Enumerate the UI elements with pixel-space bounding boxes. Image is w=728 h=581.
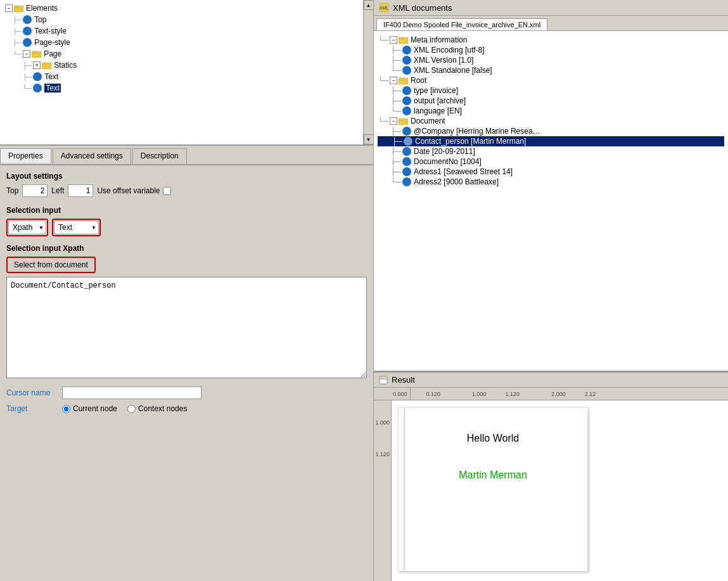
top-input[interactable]	[22, 184, 48, 197]
text-select[interactable]: Text Number Date	[54, 220, 99, 234]
xml-contact-label: Contact_person [Martin Merman]	[415, 137, 526, 146]
select-from-document-button[interactable]: Select from document	[6, 257, 96, 273]
result-title: Result	[392, 375, 415, 385]
tree-label-statics: Statics	[54, 61, 77, 70]
circle-icon	[402, 66, 411, 75]
result-canvas: Hello World Martin Merman	[392, 400, 728, 581]
circle-icon	[402, 106, 411, 115]
circle-icon	[23, 27, 32, 35]
xml-tree-item[interactable]: ├─ XML Encoding [utf-8]	[378, 45, 724, 55]
svg-rect-11	[399, 78, 403, 80]
tree-item[interactable]: ├─ Page-style	[3, 37, 373, 48]
left-ruler-tick-1: 1.000	[375, 419, 390, 426]
xml-file-tab[interactable]: IF400 Demo Spooled File_invoice_archive_…	[376, 18, 547, 30]
tree-item[interactable]: ├─ Text	[3, 71, 373, 82]
svg-rect-1	[14, 6, 18, 8]
svg-rect-9	[399, 37, 403, 39]
radio-current-node-input[interactable]	[62, 405, 70, 413]
selection-input-xpath-title: Selection input Xpath	[6, 244, 367, 253]
circle-icon	[402, 96, 411, 105]
layout-settings-title: Layout settings	[6, 172, 367, 181]
tree-item[interactable]: ├─ Text-style	[3, 25, 373, 37]
xml-tab-bar: IF400 Demo Spooled File_invoice_archive_…	[374, 16, 728, 31]
tree-item[interactable]: ├─ Top	[3, 14, 373, 25]
svg-text:XML: XML	[380, 6, 389, 10]
xml-tree-item[interactable]: └─ language [EN]	[378, 106, 724, 116]
svg-rect-13	[399, 118, 403, 120]
circle-icon	[33, 84, 42, 93]
xml-output-label: output [archive]	[414, 96, 466, 105]
circle-icon	[402, 46, 411, 54]
xml-docs-title: XML documents	[393, 3, 452, 13]
xml-tree-item[interactable]: └─ − Root	[378, 75, 724, 86]
expand-icon[interactable]: −	[390, 77, 397, 84]
left-input[interactable]	[68, 184, 93, 197]
result-icon	[379, 376, 388, 385]
ruler-tick-3: 1.120	[506, 391, 520, 397]
tree-item[interactable]: └─ Text	[3, 82, 373, 94]
target-row: Target Current node Context nodes	[6, 404, 367, 413]
properties-content: Layout settings Top Left Use offset vari…	[0, 165, 373, 581]
xpath-dropdown[interactable]: Xpath Value Fixed	[8, 220, 46, 234]
tab-advanced-settings[interactable]: Advanced settings	[53, 148, 131, 164]
tab-description[interactable]: Description	[132, 148, 187, 164]
xml-tree-item[interactable]: ├─ output [archive]	[378, 96, 724, 106]
tree-label-page-style: Page-style	[34, 38, 70, 47]
tree-item[interactable]: ├─ + Statics	[3, 60, 373, 71]
radio-context-nodes-input[interactable]	[127, 405, 136, 413]
radio-context-nodes[interactable]: Context nodes	[127, 404, 187, 413]
svg-rect-3	[32, 51, 36, 53]
text-dropdown[interactable]: Text Number Date	[54, 220, 99, 234]
xml-tree-item[interactable]: ├─ Date [20-09-2011]	[378, 146, 724, 156]
circle-icon	[402, 167, 411, 176]
expand-icon[interactable]: −	[5, 4, 13, 12]
result-page: Hello World Martin Merman	[398, 407, 588, 571]
tree-section: − Elements ├─ Top ├─ Text-style	[0, 0, 373, 146]
circle-icon	[402, 177, 411, 186]
xml-tree-item[interactable]: ├─ DocumentNo [1004]	[378, 156, 724, 167]
radio-group: Current node Context nodes	[62, 404, 187, 413]
xml-tree-item[interactable]: └─ − Document	[378, 116, 724, 126]
selection-input-row: Xpath Value Fixed Text Number Date	[6, 219, 367, 236]
ruler-content: 0.000 0.120 1.000 1.120 2.000 2.12	[393, 388, 728, 400]
svg-rect-5	[42, 63, 46, 65]
xml-tree-item[interactable]: ├─ type [invoice]	[378, 86, 724, 96]
xml-docs-icon: XML	[379, 3, 389, 13]
selection-input-title: Selection input	[6, 206, 367, 215]
result-header: Result	[374, 373, 728, 388]
scroll-up-button[interactable]: ▲	[364, 0, 374, 10]
xml-tree-item[interactable]: └─ Adress2 [9000 Battleaxe]	[378, 177, 724, 187]
xml-tree-item[interactable]: ├─ @Company [Herring Marine Resea…	[378, 126, 724, 136]
target-label: Target	[6, 404, 57, 413]
xml-standalone-label: XML Standalone [false]	[414, 66, 492, 75]
tree-item[interactable]: − Elements	[3, 3, 373, 14]
expand-icon[interactable]: −	[390, 36, 397, 44]
ruler-tick-4: 2.000	[551, 391, 566, 397]
xpath-textarea[interactable]: Document/Contact_person	[6, 277, 367, 378]
radio-current-node-label: Current node	[73, 404, 117, 413]
xml-tree-item[interactable]: └─ − Meta information	[378, 35, 724, 45]
hello-world-text: Hello World	[411, 433, 575, 444]
expand-icon[interactable]: −	[390, 117, 397, 125]
expand-icon[interactable]: −	[23, 50, 30, 58]
xml-adress2-label: Adress2 [9000 Battleaxe]	[414, 177, 499, 186]
tree-item[interactable]: └─ − Page	[3, 48, 373, 60]
cursor-name-input[interactable]	[62, 386, 201, 399]
xml-tree-item[interactable]: ├─ XML Version [1.0]	[378, 55, 724, 65]
xml-tree-item-selected[interactable]: ├─ Contact_person [Martin Merman]	[378, 136, 724, 146]
offset-variable-checkbox[interactable]	[163, 187, 171, 195]
xml-type-label: type [invoice]	[414, 86, 458, 95]
xpath-select[interactable]: Xpath Value Fixed	[8, 220, 46, 234]
scroll-track[interactable]	[364, 10, 374, 134]
radio-current-node[interactable]: Current node	[62, 404, 117, 413]
left-ruler: 1.000 1.120	[374, 400, 392, 581]
expand-icon[interactable]: +	[33, 61, 41, 69]
scroll-down-button[interactable]: ▼	[364, 134, 374, 144]
xml-tree-item[interactable]: └─ XML Standalone [false]	[378, 65, 724, 75]
tab-properties[interactable]: Properties	[0, 148, 51, 164]
result-body: 1.000 1.120 Hello World Martin Merman	[374, 400, 728, 581]
xml-tree-item[interactable]: ├─ Adress1 [Seaweed Street 14]	[378, 167, 724, 177]
left-panel: − Elements ├─ Top ├─ Text-style	[0, 0, 374, 581]
circle-icon	[23, 38, 32, 47]
tree-scrollbar[interactable]: ▲ ▼	[363, 0, 373, 144]
